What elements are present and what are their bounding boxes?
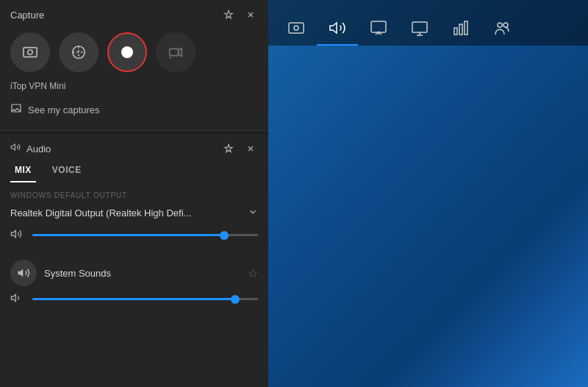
svg-point-3 [28,50,32,54]
system-sounds-item: System Sounds ☆ [0,252,268,289]
tab-voice[interactable]: VOICE [48,162,86,182]
svg-point-29 [503,23,508,27]
svg-rect-17 [289,23,304,33]
main-content-area [268,46,588,387]
nav-tab-capture[interactable] [276,13,317,46]
system-sounds-star-button[interactable]: ☆ [248,266,258,280]
audio-header: Audio [0,134,268,156]
svg-marker-8 [179,49,182,57]
audio-tabs: MIX VOICE [0,156,268,182]
svg-point-28 [498,23,502,27]
system-sounds-volume-row [0,289,268,316]
record-dot-indicator [121,46,133,58]
svg-line-9 [170,57,171,58]
record-clip-button[interactable] [59,32,98,72]
system-sounds-volume-thumb[interactable] [231,295,240,304]
capture-header-left: Capture [10,10,44,21]
svg-rect-20 [371,21,386,32]
audio-header-left: Audio [10,142,51,155]
system-sounds-icon-circle [10,260,37,286]
svg-marker-11 [11,144,15,150]
audio-title: Audio [26,143,51,155]
device-name: Realtek Digital Output (Realtek High Def… [10,207,243,219]
svg-marker-19 [330,23,337,33]
audio-icon [10,142,21,155]
svg-marker-14 [11,230,15,237]
system-sounds-label: System Sounds [44,268,240,279]
svg-rect-22 [412,22,427,32]
audio-close-button[interactable] [243,141,258,156]
app-name: iTop VPN Mini [0,79,268,97]
capture-pin-button[interactable] [221,7,236,22]
svg-marker-15 [18,269,24,277]
system-sounds-volume-track[interactable] [32,298,258,300]
system-sounds-volume-icon [10,292,25,306]
see-captures-label: See my captures [28,104,100,116]
capture-buttons-row [0,28,268,79]
audio-pin-button[interactable] [221,141,236,156]
left-panel: Capture [0,0,268,387]
dropdown-arrow-icon [248,207,258,219]
see-captures-button[interactable]: See my captures [0,97,268,123]
broadcast-button[interactable] [156,32,196,72]
capture-title: Capture [10,10,44,21]
capture-header-icons [221,7,258,22]
audio-section: Audio MIX VOICE W [0,134,268,387]
right-panel [268,0,588,387]
svg-rect-26 [459,24,462,35]
svg-point-18 [294,26,298,30]
master-volume-icon [10,228,25,242]
master-volume-fill [32,234,224,236]
nav-tab-social[interactable] [481,13,523,46]
master-volume-thumb[interactable] [220,231,229,240]
nav-tab-display[interactable] [399,13,440,46]
windows-default-label: WINDOWS DEFAULT OUTPUT [0,182,268,204]
nav-tab-screen[interactable] [358,13,399,46]
top-nav [268,0,588,46]
audio-header-icons [221,141,258,156]
capture-header: Capture [0,0,268,28]
capture-section: Capture [0,0,268,131]
svg-rect-2 [24,48,37,57]
tab-mix[interactable]: MIX [10,162,36,182]
nav-tab-stats[interactable] [440,13,481,46]
svg-rect-25 [454,28,457,35]
system-sounds-volume-fill [32,298,235,300]
master-volume-row [0,225,268,252]
device-dropdown[interactable]: Realtek Digital Output (Realtek High Def… [0,204,268,225]
see-captures-icon [10,103,22,117]
screenshot-button[interactable] [10,32,50,72]
record-button[interactable] [107,32,147,72]
capture-close-button[interactable] [243,7,258,22]
nav-tab-audio[interactable] [317,13,358,46]
svg-rect-27 [465,21,467,35]
svg-marker-16 [11,294,15,301]
master-volume-track[interactable] [32,234,258,236]
svg-rect-7 [170,49,179,55]
